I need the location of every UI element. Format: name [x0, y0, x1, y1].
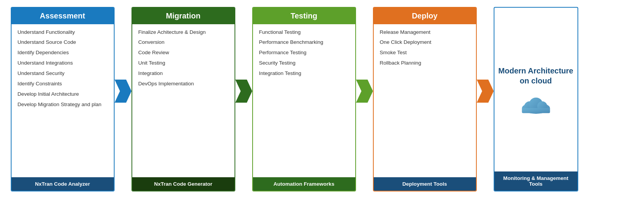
list-item: Performance Testing — [259, 49, 349, 57]
list-item: Finalize Achitecture & Design — [138, 29, 228, 36]
migration-body: Finalize Achitecture & Design Conversion… — [132, 24, 235, 177]
list-item: DevOps Implementation — [138, 80, 228, 88]
list-item: Performance Benchmarking — [259, 39, 349, 46]
modern-header-area: Modern Architecture on cloud — [494, 8, 577, 171]
list-item: Identify Constraints — [18, 80, 108, 88]
arrow-4 — [477, 80, 494, 103]
column-deploy: Deploy Release Management One Click Depl… — [373, 7, 477, 191]
list-item: Develop Migration Strategy and plan — [18, 101, 108, 108]
migration-footer: NxTran Code Generator — [132, 177, 235, 191]
deploy-footer: Deployment Tools — [374, 177, 476, 191]
assessment-header: Assessment — [12, 8, 114, 24]
column-modern: Modern Architecture on cloud — [494, 7, 578, 191]
assessment-footer: NxTran Code Analyzer — [12, 177, 114, 191]
svg-marker-1 — [235, 80, 252, 103]
column-assessment: Assessment Understand Functionality Unde… — [11, 7, 115, 191]
list-item: Rollback Planning — [380, 60, 470, 67]
list-item: Integration Testing — [259, 70, 349, 77]
assessment-body: Understand Functionality Understand Sour… — [12, 24, 114, 177]
testing-header: Testing — [253, 8, 355, 24]
diagram-container: Assessment Understand Functionality Unde… — [11, 7, 634, 191]
modern-footer: Monitoring & Management Tools — [494, 171, 577, 191]
list-item: Smoke Test — [380, 49, 470, 57]
list-item: Unit Testing — [138, 60, 228, 67]
migration-header: Migration — [132, 8, 235, 24]
svg-marker-3 — [477, 80, 494, 103]
list-item: Identify Dependencies — [18, 49, 108, 57]
deploy-body: Release Management One Click Deployment … — [374, 24, 476, 177]
testing-body: Functional Testing Performance Benchmark… — [253, 24, 355, 177]
svg-marker-0 — [115, 80, 131, 103]
list-item: Understand Functionality — [18, 29, 108, 36]
modern-title: Modern Architecture on cloud — [498, 66, 574, 86]
column-testing: Testing Functional Testing Performance B… — [252, 7, 356, 191]
list-item: Understand Security — [18, 70, 108, 77]
list-item: One Click Deployment — [380, 39, 470, 46]
list-item: Integration — [138, 70, 228, 77]
list-item: Security Testing — [259, 60, 349, 67]
list-item: Understand Integrations — [18, 60, 108, 67]
arrow-1 — [115, 80, 131, 103]
svg-rect-8 — [522, 108, 550, 113]
column-migration: Migration Finalize Achitecture & Design … — [131, 7, 235, 191]
list-item: Develop Initial Architecture — [18, 91, 108, 98]
list-item: Understand Source Code — [18, 39, 108, 46]
cloud-icon — [517, 92, 555, 117]
deploy-header: Deploy — [374, 8, 476, 24]
arrow-2 — [235, 80, 252, 103]
svg-marker-2 — [356, 80, 373, 103]
list-item: Conversion — [138, 39, 228, 46]
list-item: Code Review — [138, 49, 228, 57]
list-item: Release Management — [380, 29, 470, 36]
list-item: Functional Testing — [259, 29, 349, 36]
testing-footer: Automation Frameworks — [253, 177, 355, 191]
arrow-3 — [356, 80, 373, 103]
